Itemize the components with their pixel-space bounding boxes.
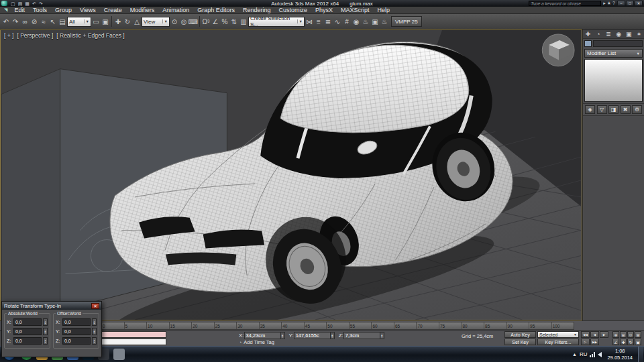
open-file-icon[interactable]: ▤ — [17, 1, 24, 7]
reference-coordinate-dropdown[interactable]: View▼ — [142, 17, 170, 27]
add-time-tag[interactable]: ◔ Add Time Tag — [239, 339, 274, 345]
help-icon[interactable]: ? — [612, 1, 616, 6]
spinner-icon[interactable]: ▲▼ — [92, 337, 97, 345]
rendered-frame-window-icon[interactable]: ▣ — [370, 15, 380, 27]
zoom-button[interactable]: ⊕ — [612, 331, 619, 338]
material-editor-icon[interactable]: ◉ — [352, 15, 361, 27]
spinner-snap-icon[interactable]: ⇅ — [229, 15, 239, 27]
spinner-icon[interactable]: ▲▼ — [43, 328, 48, 335]
offset-value-field[interactable]: 0,0 — [62, 318, 91, 326]
spinner-icon[interactable]: ▲▼ — [380, 332, 384, 339]
select-and-rotate-icon[interactable]: ↻ — [123, 15, 132, 27]
viewport-menu-shading[interactable]: [ Realistic + Edged Faces ] — [56, 32, 124, 39]
volume-icon[interactable] — [598, 352, 602, 357]
spinner-icon[interactable]: ▲▼ — [43, 337, 48, 345]
app-logo-icon[interactable] — [1, 1, 7, 6]
unlink-selection-icon[interactable]: ⊘ — [30, 15, 39, 27]
zoom-extents-button[interactable]: ⊙ — [627, 331, 634, 338]
maxscript-macro-recorder-field[interactable] — [101, 331, 166, 338]
mirror-icon[interactable]: ⋈ — [305, 15, 314, 27]
zoom-extents-all-button[interactable]: ⊠ — [635, 331, 641, 338]
go-to-start-button[interactable]: ◀◀ — [581, 331, 590, 338]
play-button[interactable]: ▶ — [600, 331, 608, 338]
menu-item[interactable]: Group — [51, 7, 76, 14]
rectangular-selection-region-icon[interactable]: ▭ — [91, 15, 101, 27]
menu-item[interactable]: MAXScript — [337, 7, 374, 14]
favorites-star-icon[interactable]: ★ — [606, 1, 612, 6]
app-menu-icon[interactable]: ◥ — [1, 7, 10, 13]
spinner-icon[interactable]: ▲▼ — [92, 318, 97, 326]
redo-icon[interactable]: ↷ — [11, 15, 20, 27]
edit-named-selection-sets-icon[interactable]: ▥ — [239, 15, 248, 27]
offset-value-field[interactable]: 0,0 — [62, 328, 91, 335]
named-selection-sets-dropdown[interactable]: Create Selection S...▼ — [248, 17, 305, 27]
view-cube[interactable] — [542, 34, 574, 66]
go-to-end-button[interactable]: ▶▶ — [590, 339, 599, 345]
coordinate-field[interactable]: 147,6155c — [294, 332, 330, 339]
tab-modify[interactable]: ◔ — [593, 29, 603, 38]
pan-button[interactable]: ✚ — [620, 339, 627, 345]
keyboard-override-icon[interactable]: ⌨ — [189, 15, 198, 27]
coordinate-field[interactable]: 34,23cm — [244, 332, 280, 339]
field-of-view-button[interactable]: ∠ — [612, 339, 619, 345]
snaps-toggle-icon[interactable]: Ω³ — [201, 15, 211, 27]
previous-frame-button[interactable]: ◀ — [590, 331, 599, 338]
app-gray-icon[interactable] — [113, 349, 125, 360]
infocenter-search-input[interactable] — [529, 1, 601, 6]
auto-key-button[interactable]: Auto Key — [504, 331, 536, 338]
align-icon[interactable]: ≡ — [314, 15, 323, 27]
absolute-value-field[interactable]: 0,0 — [13, 337, 42, 345]
selection-set-dropdown[interactable]: Selected ▼ — [537, 331, 579, 338]
spinner-icon[interactable]: ▲▼ — [92, 328, 97, 335]
angle-snap-icon[interactable]: ∠ — [211, 15, 220, 27]
dialog-close-button[interactable]: ✕ — [91, 303, 99, 309]
menu-item[interactable]: Modifiers — [126, 7, 159, 14]
new-file-icon[interactable]: ▢ — [9, 1, 17, 7]
percent-snap-icon[interactable]: % — [220, 15, 229, 27]
close-button[interactable]: ✕ — [635, 1, 643, 6]
use-pivot-center-icon[interactable]: ⊙ — [170, 15, 179, 27]
window-crossing-icon[interactable]: ▣ — [101, 15, 110, 27]
set-key-button[interactable]: Set Key — [504, 339, 536, 345]
schematic-view-icon[interactable]: # — [342, 15, 352, 27]
viewport-menu-general[interactable]: [ + ] — [4, 32, 13, 39]
configure-modifier-sets-button[interactable]: ⚙ — [632, 105, 642, 114]
redo-icon[interactable]: ↷ — [38, 1, 44, 7]
menu-item[interactable]: PhysX — [311, 7, 337, 14]
taskbar-clock[interactable]: 1:08 29.05.2014 — [607, 348, 633, 361]
select-by-name-icon[interactable]: ▤ — [58, 15, 67, 27]
selection-filter-dropdown[interactable]: All▼ — [67, 17, 91, 27]
layer-manager-icon[interactable]: ≣ — [323, 15, 333, 27]
spinner-icon[interactable]: ▲▼ — [280, 332, 285, 339]
viewport-perspective[interactable]: [ + ] [ Perspective ] [ Realistic + Edge… — [0, 29, 582, 320]
viewport-canvas[interactable] — [1, 30, 582, 320]
select-and-scale-icon[interactable]: △ — [132, 15, 142, 27]
tab-utilities[interactable]: ✶ — [634, 29, 644, 38]
select-and-link-icon[interactable]: ∞ — [20, 15, 30, 27]
undo-icon[interactable]: ↶ — [1, 15, 11, 27]
spinner-icon[interactable]: ▲▼ — [43, 318, 48, 326]
curve-editor-icon[interactable]: ∿ — [333, 15, 342, 27]
absolute-value-field[interactable]: 0,0 — [13, 328, 42, 335]
modifier-list-dropdown[interactable]: Modifier List ▼ — [584, 49, 643, 58]
next-frame-button[interactable]: ▷ — [581, 339, 590, 345]
dialog-title-bar[interactable]: Rotate Transform Type-In ✕ — [2, 302, 101, 310]
orbit-button[interactable]: ↻ — [627, 339, 634, 345]
bind-to-space-warp-icon[interactable]: ≈ — [39, 15, 48, 27]
vmpp-button[interactable]: VMPP 25 — [391, 16, 422, 27]
tab-motion[interactable]: ◉ — [614, 29, 624, 38]
hidden-icons-chevron[interactable]: ▲ — [572, 352, 577, 357]
select-and-manipulate-icon[interactable]: ◎ — [179, 15, 189, 27]
absolute-value-field[interactable]: 0,0 — [13, 318, 42, 326]
network-icon[interactable] — [590, 352, 595, 357]
menu-item[interactable]: Tools — [29, 7, 51, 14]
make-unique-button[interactable]: ◨ — [608, 105, 619, 114]
menu-item[interactable]: Customize — [274, 7, 311, 14]
viewport-menu-pov[interactable]: [ Perspective ] — [17, 32, 53, 39]
maximize-button[interactable]: □ — [626, 1, 634, 6]
tab-create[interactable]: ✚ — [583, 29, 593, 38]
modifier-stack[interactable] — [584, 59, 643, 102]
language-indicator[interactable]: RU — [580, 351, 588, 357]
offset-value-field[interactable]: 0,0 — [62, 337, 91, 345]
object-color-swatch[interactable] — [584, 40, 592, 47]
